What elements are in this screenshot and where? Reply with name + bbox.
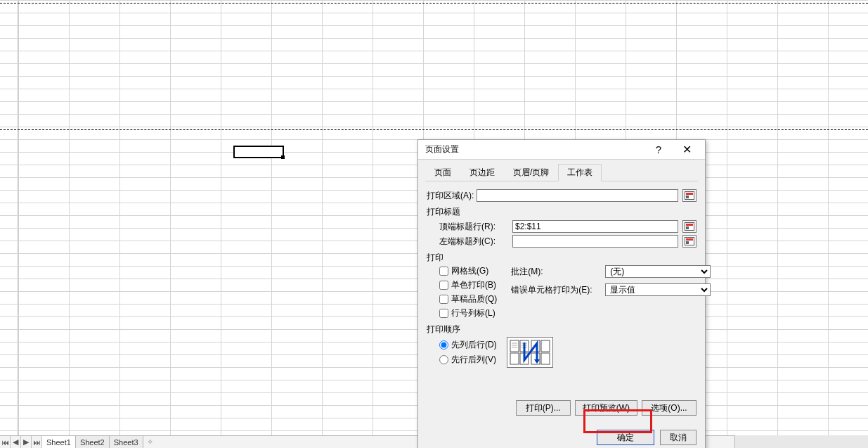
dialog-title: 页面设置 (425, 143, 644, 155)
sheet-tab-3[interactable]: Sheet3 (110, 436, 143, 448)
comments-select[interactable]: (无) (605, 265, 711, 278)
order-down-row[interactable]: 先列后行(D) (439, 339, 497, 351)
gridlines-label: 网格线(G) (451, 265, 488, 277)
black-white-check-row[interactable]: 单色打印(B) (439, 279, 497, 291)
left-cols-ref-button[interactable] (682, 235, 697, 248)
sheet-tab-2[interactable]: Sheet2 (76, 436, 110, 448)
top-rows-input[interactable] (512, 220, 678, 233)
new-sheet-button[interactable]: ✧ (143, 436, 157, 448)
order-over-label: 先行后列(V) (451, 354, 496, 366)
comments-label: 批注(M): (511, 266, 602, 278)
tab-nav-next[interactable]: ▶ (21, 436, 32, 448)
gridlines-check-row[interactable]: 网格线(G) (439, 265, 497, 277)
svg-rect-10 (510, 353, 519, 364)
svg-rect-14 (531, 353, 540, 364)
draft-check-row[interactable]: 草稿品质(Q) (439, 293, 497, 305)
tab-margins[interactable]: 页边距 (460, 164, 504, 181)
page-order-icon (507, 337, 553, 368)
svg-rect-9 (510, 340, 519, 352)
order-over-row[interactable]: 先行后列(V) (439, 354, 497, 366)
svg-rect-16 (541, 353, 550, 364)
errors-label: 错误单元格打印为(E): (511, 284, 602, 296)
order-down-label: 先列后行(D) (451, 339, 497, 351)
left-cols-label: 左端标题列(C): (439, 236, 510, 248)
row-col-headers-check-row[interactable]: 行号列标(L) (439, 307, 497, 319)
page-break-line (0, 129, 868, 130)
svg-rect-2 (686, 196, 689, 198)
top-rows-ref-button[interactable] (682, 220, 697, 233)
tab-header-footer[interactable]: 页眉/页脚 (504, 164, 558, 181)
tab-page[interactable]: 页面 (425, 164, 460, 181)
page-break-line (0, 3, 868, 4)
svg-rect-8 (686, 241, 689, 244)
svg-rect-5 (686, 226, 689, 229)
order-over-radio[interactable] (439, 355, 448, 364)
status-bar-right (734, 435, 868, 448)
page-setup-dialog: 页面设置 ? ✕ 页面 页边距 页眉/页脚 工作表 打印区域(A): 打印标题 … (417, 139, 706, 448)
print-group-label: 打印 (427, 252, 697, 264)
print-button[interactable]: 打印(P)... (516, 400, 571, 416)
order-down-radio[interactable] (439, 340, 448, 350)
cancel-button[interactable]: 取消 (660, 430, 697, 445)
left-cols-input[interactable] (512, 235, 678, 248)
preview-button[interactable]: 打印预览(W) (575, 400, 637, 416)
options-button[interactable]: 选项(O)... (642, 400, 697, 416)
print-area-label: 打印区域(A): (427, 190, 474, 202)
dialog-titlebar: 页面设置 ? ✕ (418, 140, 705, 160)
tab-nav-last[interactable]: ⏭ (32, 436, 42, 448)
svg-rect-4 (686, 224, 693, 226)
sheet-tab-1[interactable]: Sheet1 (42, 436, 76, 448)
ok-button[interactable]: 确定 (597, 430, 654, 445)
row-col-headers-checkbox[interactable] (439, 309, 448, 318)
tab-nav-first[interactable]: ⏮ (0, 436, 11, 448)
page-order-group-label: 打印顺序 (427, 324, 697, 335)
print-area-input[interactable] (477, 189, 678, 202)
dialog-tabs: 页面 页边距 页眉/页脚 工作表 (418, 160, 705, 181)
top-rows-label: 顶端标题行(R): (439, 221, 510, 233)
tab-sheet[interactable]: 工作表 (558, 164, 602, 181)
gridlines-checkbox[interactable] (439, 267, 448, 276)
print-area-ref-button[interactable] (682, 189, 697, 202)
draft-label: 草稿品质(Q) (451, 293, 497, 305)
black-white-checkbox[interactable] (439, 281, 448, 290)
svg-rect-1 (686, 193, 693, 195)
svg-rect-7 (686, 238, 693, 241)
row-col-headers-label: 行号列标(L) (451, 307, 495, 319)
errors-select[interactable]: 显示值 (605, 283, 711, 296)
print-titles-group-label: 打印标题 (427, 206, 697, 218)
help-button[interactable]: ? (644, 140, 673, 160)
tab-nav-prev[interactable]: ◀ (11, 436, 21, 448)
black-white-label: 单色打印(B) (451, 279, 496, 291)
active-cell[interactable] (233, 146, 284, 158)
draft-checkbox[interactable] (439, 295, 448, 304)
svg-rect-15 (541, 340, 550, 352)
close-button[interactable]: ✕ (673, 140, 701, 160)
